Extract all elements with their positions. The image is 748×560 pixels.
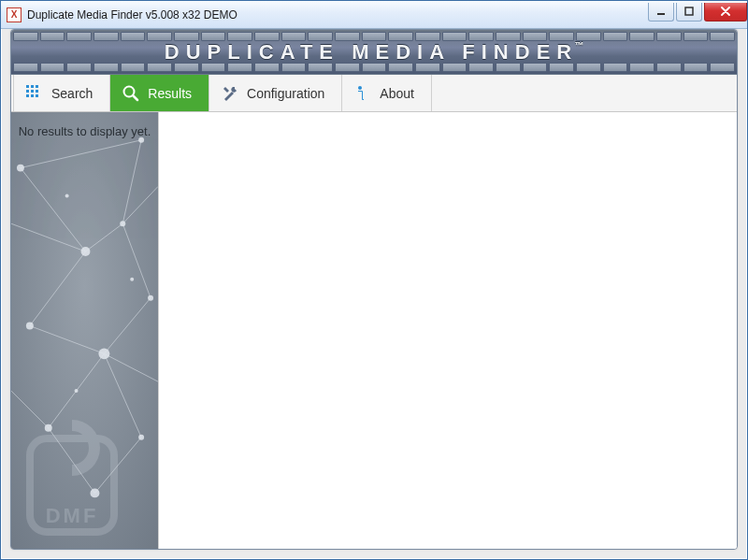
tab-configuration[interactable]: Configuration [209, 75, 342, 111]
svg-point-37 [98, 348, 109, 359]
svg-rect-9 [31, 94, 34, 97]
info-icon [353, 84, 372, 103]
results-main-area [159, 112, 737, 549]
svg-point-35 [26, 323, 34, 330]
tab-search[interactable]: Search [13, 75, 110, 111]
maximize-button[interactable] [676, 3, 702, 22]
banner-squares-bottom [13, 63, 735, 72]
svg-rect-4 [36, 85, 38, 88]
no-results-message: No results to display yet. [11, 123, 158, 140]
app-icon: X [7, 7, 22, 22]
tab-about-label: About [380, 86, 414, 101]
tab-configuration-label: Configuration [247, 86, 324, 101]
svg-point-13 [358, 86, 362, 90]
svg-point-31 [17, 165, 24, 172]
tools-icon [221, 84, 239, 103]
close-icon [720, 7, 731, 16]
tab-about[interactable]: About [342, 75, 432, 111]
svg-line-12 [134, 95, 138, 100]
magnifier-icon [122, 84, 140, 103]
svg-rect-0 [657, 13, 665, 15]
svg-rect-5 [26, 90, 29, 93]
banner: DUPLICATE MEDIA FINDER™ [11, 30, 737, 75]
svg-point-33 [81, 247, 91, 256]
svg-rect-3 [31, 85, 34, 88]
svg-rect-6 [31, 90, 34, 93]
client-area: DUPLICATE MEDIA FINDER™ Search [10, 29, 738, 550]
titlebar[interactable]: X Duplicate Media Finder v5.008 x32 DEMO [1, 1, 747, 29]
svg-point-43 [75, 389, 79, 393]
banner-title: DUPLICATE MEDIA FINDER™ [165, 40, 583, 65]
svg-point-41 [65, 194, 69, 197]
svg-point-36 [148, 295, 153, 301]
dmf-logo: DMF [21, 420, 133, 541]
svg-point-34 [120, 221, 125, 226]
window-title: Duplicate Media Finder v5.008 x32 DEMO [27, 8, 646, 22]
banner-squares-top [13, 32, 735, 41]
minimize-icon [656, 7, 666, 16]
window-controls [646, 3, 747, 22]
svg-point-39 [138, 435, 144, 440]
tab-search-label: Search [51, 86, 93, 101]
search-grid-icon [25, 84, 44, 103]
tab-results-label: Results [148, 86, 192, 101]
app-window: X Duplicate Media Finder v5.008 x32 DEMO [0, 0, 748, 560]
tab-strip: Search Results [11, 75, 737, 112]
minimize-button[interactable] [648, 3, 674, 22]
svg-rect-1 [685, 7, 693, 15]
svg-rect-7 [36, 90, 38, 93]
dmf-logo-text: DMF [46, 504, 99, 527]
svg-rect-10 [36, 94, 38, 97]
results-side-panel: No results to display yet. [11, 112, 159, 549]
svg-rect-2 [26, 85, 29, 88]
trademark-symbol: ™ [574, 40, 583, 50]
banner-title-text: DUPLICATE MEDIA FINDER [165, 40, 578, 64]
svg-point-42 [130, 278, 134, 281]
content-area: No results to display yet. [11, 112, 737, 549]
maximize-icon [684, 7, 694, 16]
svg-rect-8 [26, 94, 29, 97]
tab-results[interactable]: Results [110, 75, 209, 111]
close-button[interactable] [704, 3, 747, 22]
